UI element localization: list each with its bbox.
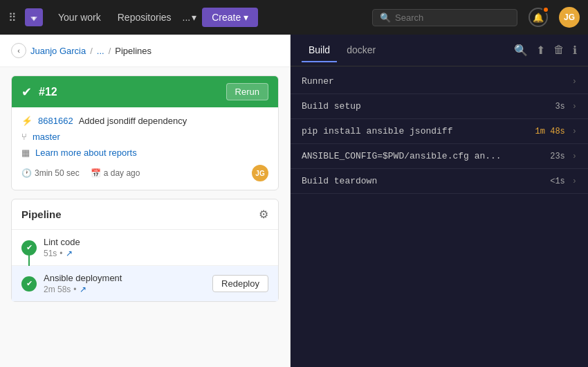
duration-item: 🕐 3min 50 sec <box>21 168 80 178</box>
gitlab-logo[interactable] <box>25 8 43 26</box>
breadcrumb-sep1: / <box>90 46 93 56</box>
top-nav: ⠿ Your work Repositories ... ▾ Create ▾ … <box>0 0 588 35</box>
breadcrumb: ‹ Juanjo Garcia / ... / Pipelines <box>0 35 290 67</box>
step-2-link[interactable]: ↗ <box>80 285 86 294</box>
build-setup-time: 3s <box>555 102 564 111</box>
job-header: ✔ #12 Rerun <box>12 76 278 107</box>
notification-badge <box>542 6 549 13</box>
log-section-teardown: Build teardown <1s › <box>291 169 588 194</box>
pip-chevron: › <box>572 127 577 136</box>
step-1-info: Lint code 51s • ↗ <box>44 237 268 258</box>
breadcrumb-ellipsis[interactable]: ... <box>97 46 104 56</box>
pipeline-header: Pipeline ⚙ <box>12 199 278 230</box>
commit-icon: ⚡ <box>21 116 33 126</box>
pipeline-settings-icon[interactable]: ⚙ <box>259 208 268 221</box>
log-info-icon[interactable]: ℹ <box>573 44 577 57</box>
breadcrumb-user[interactable]: Juanjo Garcia <box>30 46 86 56</box>
reports-icon: ▦ <box>21 147 30 158</box>
clock-icon: 🕐 <box>21 168 32 178</box>
teardown-chevron: › <box>572 177 577 186</box>
search-icon: 🔍 <box>380 12 391 23</box>
commit-row: ⚡ 8681662 Added jsondiff dependency <box>21 116 268 126</box>
duration-text: 3min 50 sec <box>35 168 80 178</box>
step-1-name: Lint code <box>44 237 268 247</box>
log-section-build-setup: Build setup 3s › <box>291 94 588 119</box>
time-ago-item: 📅 a day ago <box>91 168 140 178</box>
right-tabs: Build docker 🔍 ⬆ 🗑 ℹ <box>291 35 588 66</box>
ansible-config-name: ANSIBLE_CONFIG=$PWD/ansible.cfg an... <box>302 151 550 161</box>
runner-section-name: Runner <box>302 76 565 87</box>
calendar-icon: 📅 <box>91 168 101 178</box>
pipeline-title: Pipeline <box>21 208 259 220</box>
build-setup-chevron: › <box>572 102 577 111</box>
step-2-name: Ansible deployment <box>44 273 205 283</box>
create-button[interactable]: Create ▾ <box>202 8 258 27</box>
teardown-name: Build teardown <box>302 176 550 186</box>
step-1-link[interactable]: ↗ <box>66 249 73 258</box>
search-input[interactable] <box>395 12 506 23</box>
log-section-ansible-config-header[interactable]: ANSIBLE_CONFIG=$PWD/ansible.cfg an... 23… <box>291 144 588 168</box>
pip-section-name: pip install ansible jsondiff <box>302 126 535 136</box>
log-section-ansible-config: ANSIBLE_CONFIG=$PWD/ansible.cfg an... 23… <box>291 144 588 169</box>
step-1-duration: 51s <box>44 249 57 258</box>
reports-row: ▦ Learn more about reports <box>21 147 268 158</box>
breadcrumb-toggle[interactable]: ‹ <box>11 43 26 58</box>
commit-message: Added jsondiff dependency <box>79 116 187 126</box>
step-2-duration: 2m 58s <box>44 285 71 294</box>
pipeline-section: Pipeline ⚙ ✔ Lint code 51s • ↗ ✔ <box>11 199 279 302</box>
branch-row: ⑂ master <box>21 132 268 142</box>
log-section-runner: Runner › <box>291 69 588 94</box>
branch-icon: ⑂ <box>21 132 27 142</box>
job-card: ✔ #12 Rerun ⚡ 8681662 Added jsondiff dep… <box>11 75 279 190</box>
teardown-time: <1s <box>550 177 565 186</box>
job-number: #12 <box>39 86 219 98</box>
breadcrumb-current: Pipelines <box>115 46 151 56</box>
breadcrumb-sep2: / <box>109 46 111 56</box>
commit-hash[interactable]: 8681662 <box>38 116 73 126</box>
redeploy-button[interactable]: Redeploy <box>212 275 268 292</box>
pipeline-step-1: ✔ Lint code 51s • ↗ <box>12 230 278 266</box>
log-section-pip: pip install ansible jsondiff 1m 48s › <box>291 119 588 144</box>
user-avatar[interactable]: JG <box>559 7 580 28</box>
step-1-dot: • <box>59 249 62 258</box>
log-section-runner-header[interactable]: Runner › <box>291 69 588 93</box>
step-2-meta: 2m 58s • ↗ <box>44 285 205 294</box>
log-delete-icon[interactable]: 🗑 <box>553 44 564 57</box>
job-avatar: JG <box>252 165 268 181</box>
log-section-teardown-header[interactable]: Build teardown <1s › <box>291 169 588 193</box>
nav-repositories[interactable]: Repositories <box>112 9 177 26</box>
runner-chevron: › <box>572 77 577 87</box>
rerun-button[interactable]: Rerun <box>226 83 268 100</box>
log-content: Runner › Build setup 3s › pip install an… <box>291 66 588 367</box>
job-success-icon: ✔ <box>21 84 32 100</box>
left-panel: ‹ Juanjo Garcia / ... / Pipelines ✔ #12 … <box>0 35 291 367</box>
step-connector <box>28 252 30 266</box>
ansible-config-chevron: › <box>572 152 577 161</box>
step-2-success-icon: ✔ <box>21 276 37 292</box>
job-details: ⚡ 8681662 Added jsondiff dependency ⑂ ma… <box>12 107 278 190</box>
build-setup-name: Build setup <box>302 101 555 111</box>
nav-more[interactable]: ... ▾ <box>183 12 197 23</box>
step-2-dot: • <box>73 285 76 294</box>
log-section-pip-header[interactable]: pip install ansible jsondiff 1m 48s › <box>291 119 588 143</box>
right-panel: Build docker 🔍 ⬆ 🗑 ℹ Runner › Build setu… <box>291 35 588 367</box>
log-section-build-setup-header[interactable]: Build setup 3s › <box>291 94 588 118</box>
tab-build[interactable]: Build <box>302 39 337 62</box>
job-meta: 🕐 3min 50 sec 📅 a day ago JG <box>21 165 268 181</box>
pipeline-step-2: ✔ Ansible deployment 2m 58s • ↗ Redeploy <box>12 266 278 301</box>
tab-actions: 🔍 ⬆ 🗑 ℹ <box>514 44 577 57</box>
nav-your-work[interactable]: Your work <box>53 9 107 26</box>
tab-docker[interactable]: docker <box>340 39 383 62</box>
step-2-info: Ansible deployment 2m 58s • ↗ <box>44 273 205 294</box>
log-search-icon[interactable]: 🔍 <box>514 44 528 57</box>
step-1-meta: 51s • ↗ <box>44 249 268 258</box>
ansible-config-time: 23s <box>550 152 565 161</box>
search-box: 🔍 <box>372 9 517 26</box>
log-upload-icon[interactable]: ⬆ <box>536 44 545 57</box>
grid-icon[interactable]: ⠿ <box>8 11 17 24</box>
notification-bell[interactable]: 🔔 <box>529 8 548 27</box>
reports-link[interactable]: Learn more about reports <box>35 147 137 158</box>
main-layout: ‹ Juanjo Garcia / ... / Pipelines ✔ #12 … <box>0 35 588 367</box>
branch-link[interactable]: master <box>33 132 60 142</box>
pip-section-time: 1m 48s <box>535 127 565 136</box>
